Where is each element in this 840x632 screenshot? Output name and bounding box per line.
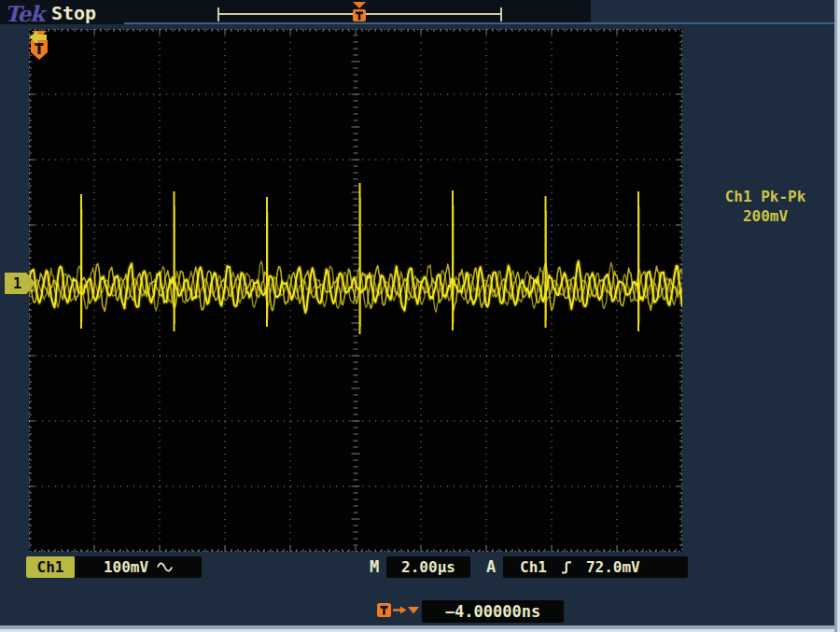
channel1-scale-readout: 100mV bbox=[75, 556, 202, 578]
measurement-name: Ch1 Pk-Pk bbox=[694, 187, 836, 206]
pkpk-indicator-arrow-icon bbox=[29, 29, 48, 46]
measurement-value: 200mV bbox=[694, 206, 836, 226]
trigger-source-value: Ch1 bbox=[520, 558, 547, 576]
trigger-position-marker-icon bbox=[349, 1, 370, 25]
timebase-label: M bbox=[370, 556, 379, 578]
rising-edge-icon bbox=[560, 559, 573, 575]
trigger-level-value: 72.0mV bbox=[586, 558, 640, 576]
timebase-readout: 2.00µs bbox=[386, 556, 470, 578]
trigger-readout: Ch1 72.0mV bbox=[503, 556, 688, 578]
tek-logo: Tek bbox=[5, 1, 44, 26]
acquisition-status: Stop bbox=[51, 2, 96, 24]
waveform-display bbox=[29, 29, 682, 552]
top-separator-line bbox=[124, 22, 837, 24]
channel1-scale-value: 100mV bbox=[104, 558, 148, 576]
delay-readout: −4.00000ns bbox=[422, 600, 564, 623]
trigger-source-label: A bbox=[486, 556, 496, 578]
datetime-readout: 30 Jan 2024 16:22:02 bbox=[702, 582, 817, 632]
trigger-delay-icon bbox=[377, 601, 420, 620]
delay-value: −4.00000ns bbox=[445, 602, 540, 621]
timebase-value: 2.00µs bbox=[401, 558, 455, 576]
measurement-readout: Ch1 Pk-Pk 200mV bbox=[694, 187, 836, 226]
channel1-badge: Ch1 bbox=[26, 556, 75, 578]
ac-coupling-icon bbox=[157, 561, 173, 573]
channel1-marker-label: 1 bbox=[13, 275, 21, 292]
graticule bbox=[29, 29, 682, 552]
